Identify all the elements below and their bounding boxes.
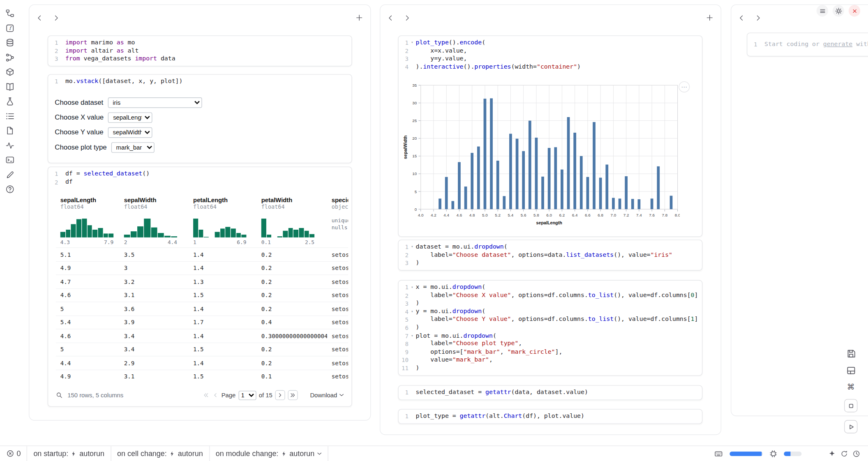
chevron-right-icon xyxy=(53,14,60,22)
table-cell: 0.2 xyxy=(257,305,327,312)
first-page-button[interactable] xyxy=(203,392,209,399)
runtime-status-button[interactable] xyxy=(852,449,860,457)
code-editor[interactable]: 1▾plot_type().encode(2 x=x.value,3 y=y.v… xyxy=(399,36,702,74)
shutdown-button[interactable] xyxy=(849,5,860,16)
code-editor[interactable]: 1▾x = mo.ui.dropdown(2 label="Choose X v… xyxy=(399,281,702,375)
code-editor[interactable]: 1mo.vstack([dataset, x, y, plot]) xyxy=(48,75,351,88)
logs-icon[interactable] xyxy=(5,126,14,135)
add-cell-button[interactable] xyxy=(356,14,363,22)
table-cell: 0.2 xyxy=(257,292,327,298)
tracebacks-icon[interactable] xyxy=(5,141,14,150)
search-button[interactable] xyxy=(56,392,63,399)
snippets-icon[interactable] xyxy=(5,97,14,106)
code-editor[interactable]: 1▾dataset = mo.ui.dropdown(2 label="Choo… xyxy=(399,240,702,270)
code-editor[interactable]: 1plot_type = getattr(alt.Chart(df), plot… xyxy=(399,410,702,423)
settings-button[interactable] xyxy=(833,5,844,16)
dependency-graph-icon[interactable] xyxy=(5,53,14,62)
last-page-button[interactable] xyxy=(288,390,298,400)
stop-button[interactable] xyxy=(844,399,857,412)
documentation-icon[interactable] xyxy=(5,82,14,91)
code-line: 2 label="Choose X value", options=df.col… xyxy=(399,291,702,300)
run-button[interactable] xyxy=(844,420,857,433)
table-row[interactable]: 4.63.11.50.2setosa xyxy=(56,288,348,302)
save-button[interactable] xyxy=(846,349,856,358)
keyboard-button[interactable] xyxy=(714,449,723,457)
table-cell: 1.5 xyxy=(189,373,257,380)
code-editor[interactable]: 1import marimo as mo2import altair as al… xyxy=(48,36,351,66)
column-header[interactable]: petalLengthfloat6416.9 xyxy=(189,193,257,247)
page-select[interactable]: 1 xyxy=(238,391,256,400)
download-button[interactable]: Download xyxy=(310,392,344,399)
table-row[interactable]: 4.931.40.2setosa xyxy=(56,261,348,274)
plot-type-select[interactable]: mark_bar xyxy=(111,142,154,153)
table-cell: 1.4 xyxy=(189,305,257,312)
next-page-button[interactable] xyxy=(275,390,285,400)
code-editor[interactable]: 1selected_dataset = getattr(data, datase… xyxy=(399,386,702,399)
chart-options-button[interactable]: ⋯ xyxy=(679,82,690,93)
table-cell: 4.6 xyxy=(56,292,120,298)
menu-button[interactable] xyxy=(817,5,828,16)
dropdown-label: Choose X value xyxy=(55,113,104,121)
cell-selected-dataset: 1selected_dataset = getattr(data, datase… xyxy=(398,385,702,400)
column-header[interactable]: sepalWidthfloat6424.4 xyxy=(120,193,189,247)
svg-text:5.0: 5.0 xyxy=(482,213,488,217)
table-cell: setosa xyxy=(327,305,348,312)
outline-icon[interactable] xyxy=(5,111,14,120)
column-prev-button[interactable] xyxy=(387,14,395,22)
bar xyxy=(619,199,621,210)
table-row[interactable]: 53.41.50.2setosa xyxy=(56,342,348,356)
svg-text:10: 10 xyxy=(412,172,417,176)
errors-button[interactable]: 0 xyxy=(5,446,27,461)
code-editor[interactable]: 1 Start coding or generate with AI xyxy=(747,33,868,56)
prev-page-button[interactable] xyxy=(212,392,219,399)
column-prev-button[interactable] xyxy=(738,14,745,22)
help-icon[interactable] xyxy=(5,185,14,194)
divider xyxy=(328,446,328,461)
chip-button[interactable] xyxy=(769,449,777,457)
ai-button[interactable] xyxy=(828,449,836,457)
code-editor[interactable]: 1df = selected_dataset()2df xyxy=(48,167,351,189)
terminal-icon[interactable] xyxy=(5,155,14,164)
table-row[interactable]: 5.13.51.40.2setosa xyxy=(56,247,348,261)
scratchpad-icon[interactable] xyxy=(5,170,14,179)
table-row[interactable]: 53.61.40.2setosa xyxy=(56,302,348,315)
table-cell: 1.4 xyxy=(189,251,257,258)
functions-icon[interactable]: f xyxy=(5,23,14,32)
table-row[interactable]: 4.93.11.50.1setosa xyxy=(56,369,348,383)
dataset-select[interactable]: iris xyxy=(108,97,202,108)
generate-with-ai-link[interactable]: generate xyxy=(823,40,852,48)
on-module-change-button[interactable]: on module change: autorun xyxy=(210,446,328,461)
file-tree-icon[interactable] xyxy=(5,9,14,18)
column-header[interactable]: speciesobjectunique:nulls: xyxy=(327,193,348,247)
packages-icon[interactable] xyxy=(5,67,14,76)
table-header-row: sepalLengthfloat644.37.9sepalWidthfloat6… xyxy=(56,193,348,247)
table-cell: setosa xyxy=(327,360,348,366)
table-cell: 4.6 xyxy=(56,332,120,339)
table-cell: 3.1 xyxy=(120,373,189,380)
column-next-button[interactable] xyxy=(404,14,411,22)
column-header[interactable]: sepalLengthfloat644.37.9 xyxy=(56,193,120,247)
x-value-select[interactable]: sepalLength xyxy=(108,112,152,123)
gear-icon xyxy=(835,7,843,15)
column-next-button[interactable] xyxy=(755,14,762,22)
on-cell-change-button[interactable]: on cell change: autorun xyxy=(111,446,209,461)
restart-button[interactable] xyxy=(840,449,848,457)
code-line: 3) xyxy=(399,259,702,267)
column-prev-button[interactable] xyxy=(36,14,44,22)
add-cell-button[interactable] xyxy=(706,14,713,22)
table-row[interactable]: 5.43.91.70.4setosa xyxy=(56,315,348,329)
column-header[interactable]: petalWidthfloat640.12.5 xyxy=(257,193,327,247)
bar xyxy=(541,177,544,209)
layout-button[interactable] xyxy=(846,366,856,375)
on-startup-button[interactable]: on startup: autorun xyxy=(28,446,111,461)
y-value-select[interactable]: sepalWidth xyxy=(108,127,152,138)
table-row[interactable]: 4.73.21.30.2setosa xyxy=(56,274,348,288)
database-icon[interactable] xyxy=(5,38,14,47)
keyboard-shortcuts-button[interactable]: ⌘ xyxy=(847,383,855,391)
svg-text:5.8: 5.8 xyxy=(533,213,539,217)
table-row[interactable]: 4.42.91.40.2setosa xyxy=(56,356,348,369)
column-next-button[interactable] xyxy=(53,14,60,22)
code-line: 11) xyxy=(399,364,702,372)
table-row[interactable]: 4.63.41.40.30000000000000004setosa xyxy=(56,329,348,342)
bolt-icon xyxy=(281,450,286,457)
